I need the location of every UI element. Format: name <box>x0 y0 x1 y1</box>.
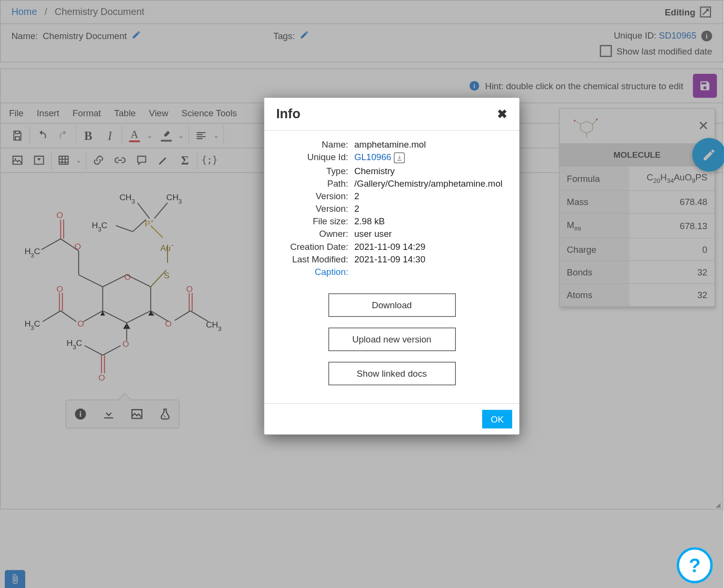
upload-new-version-button[interactable]: Upload new version <box>328 328 456 351</box>
help-icon: ? <box>689 554 700 576</box>
help-fab-button[interactable]: ? <box>677 547 713 584</box>
modal-name-value: amphetamine.mol <box>354 139 514 150</box>
download-button[interactable]: Download <box>328 293 456 317</box>
modal-caption-label[interactable]: Caption: <box>270 266 354 276</box>
modal-title: Info <box>276 106 300 122</box>
uid-download-icon[interactable] <box>394 152 404 163</box>
ok-button[interactable]: OK <box>482 410 512 429</box>
modal-close-icon[interactable]: ✖ <box>497 107 507 121</box>
show-linked-docs-button[interactable]: Show linked docs <box>328 362 456 385</box>
modal-uid-link[interactable]: GL10966 <box>354 152 391 162</box>
info-modal: Info ✖ Name:amphetamine.mol Unique Id:GL… <box>264 98 519 435</box>
